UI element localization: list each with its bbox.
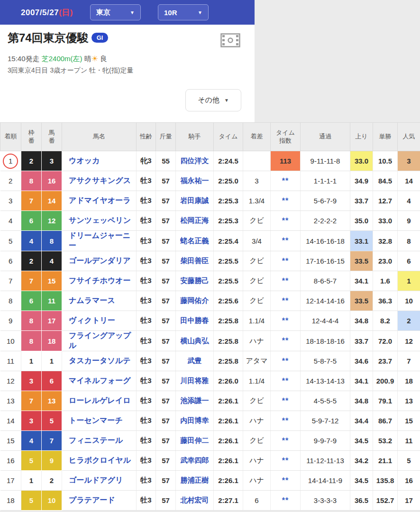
column-header-sexage: 性齢	[137, 123, 156, 151]
cell-index: **	[271, 471, 301, 491]
cell-umaban: 14	[42, 191, 62, 211]
cell-jockey[interactable]: 武豊	[176, 351, 214, 371]
cell-horse[interactable]: ヴィクトリー	[62, 311, 137, 331]
cell-horse[interactable]: ウオッカ	[62, 151, 137, 171]
cell-weight: 57	[156, 411, 176, 431]
table-row: 2816アサクサキングス牡357福永祐一2:25.03**1-1-1-134.9…	[0, 171, 420, 191]
cell-weight: 57	[156, 291, 176, 311]
cell-waku: 2	[21, 251, 42, 271]
cell-weight: 57	[156, 451, 176, 471]
cell-jockey[interactable]: 田中勝春	[176, 311, 214, 331]
cell-waku: 5	[21, 451, 42, 471]
cell-agari: 33.0	[350, 151, 373, 171]
cell-jockey[interactable]: 藤田伸二	[176, 431, 214, 451]
cell-weight: 57	[156, 311, 176, 331]
cell-jockey[interactable]: 北村宏司	[176, 491, 214, 511]
results-table-header: 着順枠 番馬 番馬名性齢斤量騎手タイム着差タイム 指数通過上り単勝人気	[0, 123, 420, 151]
table-row: 1111タスカータソルテ牡357武豊2:25.8アタマ**5-8-7-534.6…	[0, 351, 420, 371]
cell-waku: 1	[21, 471, 42, 491]
cell-jockey[interactable]: 松岡正海	[176, 211, 214, 231]
cell-umaban: 2	[42, 471, 62, 491]
cell-time: 2:26.1	[214, 451, 243, 471]
cell-waku: 8	[21, 171, 42, 191]
cell-horse[interactable]: フィニステール	[62, 431, 137, 451]
cell-jockey[interactable]: 横山典弘	[176, 331, 214, 351]
cell-rank: 9	[0, 311, 21, 331]
cell-umaban: 3	[42, 151, 62, 171]
cell-pop: 18	[398, 371, 420, 391]
column-header-umaban: 馬 番	[42, 123, 62, 151]
other-menu-dropdown[interactable]: その他 ▼	[185, 89, 241, 111]
cell-jockey[interactable]: 福永祐一	[176, 171, 214, 191]
cell-horse[interactable]: タスカータソルテ	[62, 351, 137, 371]
cell-horse[interactable]: トーセンマーチ	[62, 411, 137, 431]
cell-rank: 13	[0, 391, 21, 411]
cell-index: **	[271, 311, 301, 331]
race-results-table: 着順枠 番馬 番馬名性齢斤量騎手タイム着差タイム 指数通過上り単勝人気 123ウ…	[0, 122, 420, 511]
cell-jockey[interactable]: 柴田善臣	[176, 251, 214, 271]
cell-waku: 4	[21, 231, 42, 251]
cell-passing: 5-6-7-9	[301, 191, 350, 211]
cell-waku: 3	[21, 371, 42, 391]
race-video-icon[interactable]	[220, 33, 240, 49]
cell-agari: 34.8	[350, 311, 373, 331]
cell-jockey[interactable]: 安藤勝己	[176, 271, 214, 291]
cell-sexage: 牡3	[137, 411, 156, 431]
race-result-page: 2007/5/27(日) 東京 ▼ 10R ▼ 第74回東京優駿GI	[0, 0, 420, 512]
cell-horse[interactable]: ヒラボクロイヤル	[62, 451, 137, 471]
cell-horse[interactable]: ローレルゲレイロ	[62, 391, 137, 411]
cell-time: 2:27.1	[214, 491, 243, 511]
cell-jockey[interactable]: 武幸四郎	[176, 451, 214, 471]
cell-horse[interactable]: ドリームジャーニー	[62, 231, 137, 251]
cell-weight: 57	[156, 351, 176, 371]
cell-jockey[interactable]: 川田将雅	[176, 371, 214, 391]
cell-horse[interactable]: アドマイヤオーラ	[62, 191, 137, 211]
cell-weight: 57	[156, 471, 176, 491]
cell-horse[interactable]: フサイチホウオー	[62, 271, 137, 291]
column-header-margin: 着差	[243, 123, 271, 151]
cell-umaban: 17	[42, 311, 62, 331]
cell-pop: 15	[398, 411, 420, 431]
cell-jockey[interactable]: 勝浦正樹	[176, 471, 214, 491]
cell-horse[interactable]: マイネルフォーグ	[62, 371, 137, 391]
cell-jockey[interactable]: 蛯名正義	[176, 231, 214, 251]
cell-margin: 1.1/4	[243, 371, 271, 391]
track-select-dropdown[interactable]: 東京 ▼	[90, 4, 141, 20]
cell-rank: 10	[0, 331, 21, 351]
cell-odds: 36.3	[373, 291, 398, 311]
cell-horse[interactable]: ナムラマース	[62, 291, 137, 311]
cell-horse[interactable]: プラテアード	[62, 491, 137, 511]
cell-horse[interactable]: アサクサキングス	[62, 171, 137, 191]
cell-index: **	[271, 491, 301, 511]
cell-agari: 34.8	[350, 391, 373, 411]
cell-pop: 17	[398, 491, 420, 511]
cell-weight: 55	[156, 151, 176, 171]
column-header-pop: 人気	[398, 123, 420, 151]
cell-time: 2:25.3	[214, 191, 243, 211]
cell-sexage: 牡3	[137, 371, 156, 391]
table-row: 123ウオッカ牝355四位洋文2:24.51139-11-11-833.010.…	[0, 151, 420, 171]
cell-jockey[interactable]: 内田博幸	[176, 411, 214, 431]
cell-horse[interactable]: ゴールデンダリア	[62, 251, 137, 271]
cell-waku: 4	[21, 431, 42, 451]
cell-odds: 21.1	[373, 451, 398, 471]
race-number-select-dropdown[interactable]: 10R ▼	[158, 4, 209, 20]
cell-agari: 33.5	[350, 251, 373, 271]
cell-odds: 84.5	[373, 171, 398, 191]
cell-jockey[interactable]: 池添謙一	[176, 391, 214, 411]
cell-sexage: 牡3	[137, 311, 156, 331]
cell-horse[interactable]: フライングアップル	[62, 331, 137, 351]
header-row: 着順枠 番馬 番馬名性齢斤量騎手タイム着差タイム 指数通過上り単勝人気	[0, 123, 420, 151]
cell-jockey[interactable]: 岩田康誠	[176, 191, 214, 211]
cell-weight: 57	[156, 251, 176, 271]
cell-pop: 7	[398, 351, 420, 371]
cell-jockey[interactable]: 四位洋文	[176, 151, 214, 171]
cell-horse[interactable]: サンツェッペリン	[62, 211, 137, 231]
cell-horse[interactable]: ゴールドアグリ	[62, 471, 137, 491]
column-header-time: タイム	[214, 123, 243, 151]
cell-time: 2:25.4	[214, 231, 243, 251]
cell-waku: 2	[21, 151, 42, 171]
cell-jockey[interactable]: 藤岡佑介	[176, 291, 214, 311]
cell-index: **	[271, 251, 301, 271]
cell-rank: 6	[0, 251, 21, 271]
